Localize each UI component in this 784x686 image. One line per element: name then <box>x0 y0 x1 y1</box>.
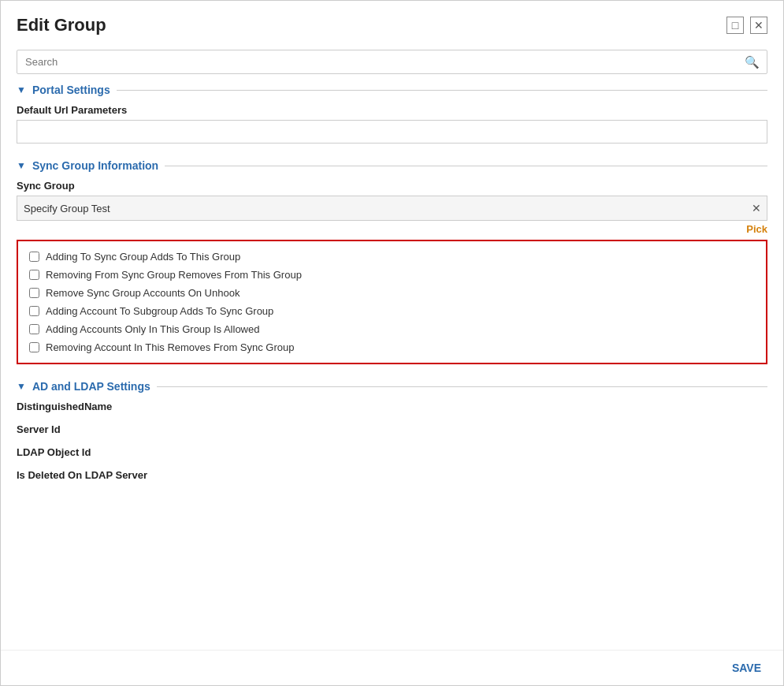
checkbox-item-3: Adding Account To Subgroup Adds To Sync … <box>29 305 755 317</box>
sync-group-clear-button[interactable]: ✕ <box>752 202 761 214</box>
portal-settings-line <box>117 90 767 91</box>
checkbox-item-1: Removing From Sync Group Removes From Th… <box>29 269 755 281</box>
save-button[interactable]: SAVE <box>726 658 767 677</box>
field-ldap-object-id: LDAP Object Id <box>17 446 767 458</box>
checkbox-label-0: Adding To Sync Group Adds To This Group <box>46 251 240 263</box>
checkbox-remove-sync-group-accounts[interactable] <box>29 288 39 298</box>
portal-settings-title: Portal Settings <box>32 84 110 96</box>
checkbox-adding-account-subgroup[interactable] <box>29 306 39 316</box>
search-input[interactable] <box>17 50 767 74</box>
sync-group-header: ▼ Sync Group Information <box>17 159 767 172</box>
is-deleted-label: Is Deleted On LDAP Server <box>17 469 147 481</box>
ldap-object-id-label: LDAP Object Id <box>17 446 91 458</box>
checkbox-label-4: Adding Accounts Only In This Group Is Al… <box>46 323 259 335</box>
sync-group-section: ▼ Sync Group Information Sync Group ✕ Pi… <box>17 159 767 364</box>
portal-settings-header: ▼ Portal Settings <box>17 84 767 96</box>
checkbox-item-4: Adding Accounts Only In This Group Is Al… <box>29 323 755 335</box>
checkbox-removing-account-removes[interactable] <box>29 342 39 352</box>
search-bar-wrap: 🔍 <box>1 43 783 84</box>
sync-group-input-wrap: ✕ <box>17 196 767 221</box>
field-server-id: Server Id <box>17 423 767 435</box>
checkbox-item-0: Adding To Sync Group Adds To This Group <box>29 251 755 263</box>
ad-ldap-header: ▼ AD and LDAP Settings <box>17 380 767 393</box>
minimize-button[interactable]: □ <box>726 17 744 34</box>
distinguished-name-label: DistinguishedName <box>17 401 112 412</box>
checkbox-removing-from-sync-group[interactable] <box>29 270 39 280</box>
checkbox-label-5: Removing Account In This Removes From Sy… <box>46 341 295 353</box>
sync-group-input[interactable] <box>17 196 767 221</box>
checkbox-adding-to-sync-group[interactable] <box>29 252 39 262</box>
checkbox-adding-accounts-only[interactable] <box>29 324 39 334</box>
ad-ldap-chevron[interactable]: ▼ <box>17 381 26 392</box>
checkbox-label-3: Adding Account To Subgroup Adds To Sync … <box>46 305 273 317</box>
ad-ldap-section: ▼ AD and LDAP Settings DistinguishedName… <box>17 380 767 481</box>
dialog-header: Edit Group □ ✕ <box>1 1 783 43</box>
default-url-input[interactable] <box>17 120 767 144</box>
pick-link[interactable]: Pick <box>17 223 767 235</box>
dialog-footer: SAVE <box>1 650 783 685</box>
edit-group-dialog: Edit Group □ ✕ 🔍 ▼ Portal Settings Defau… <box>0 0 784 686</box>
portal-settings-section: ▼ Portal Settings Default Url Parameters <box>17 84 767 144</box>
ad-ldap-line <box>157 386 767 387</box>
ad-ldap-title: AD and LDAP Settings <box>32 380 150 393</box>
checkbox-item-2: Remove Sync Group Accounts On Unhook <box>29 287 755 299</box>
default-url-label: Default Url Parameters <box>17 104 767 116</box>
sync-group-chevron[interactable]: ▼ <box>17 160 26 171</box>
dialog-title: Edit Group <box>17 15 106 35</box>
portal-settings-chevron[interactable]: ▼ <box>17 84 26 95</box>
checkbox-group: Adding To Sync Group Adds To This Group … <box>17 240 767 364</box>
field-is-deleted: Is Deleted On LDAP Server <box>17 469 767 481</box>
checkbox-item-5: Removing Account In This Removes From Sy… <box>29 341 755 353</box>
close-button[interactable]: ✕ <box>750 17 767 34</box>
server-id-label: Server Id <box>17 423 61 435</box>
checkbox-label-1: Removing From Sync Group Removes From Th… <box>46 269 302 281</box>
sync-group-line <box>165 166 767 166</box>
ad-ldap-fields: DistinguishedName Server Id LDAP Object … <box>17 401 767 481</box>
sync-group-title: Sync Group Information <box>32 159 158 172</box>
content-area[interactable]: ▼ Portal Settings Default Url Parameters… <box>1 84 783 650</box>
field-distinguished-name: DistinguishedName <box>17 401 767 412</box>
sync-group-field-label: Sync Group <box>17 180 767 192</box>
search-wrap: 🔍 <box>17 50 767 74</box>
dialog-controls: □ ✕ <box>726 17 767 34</box>
checkbox-label-2: Remove Sync Group Accounts On Unhook <box>46 287 240 299</box>
